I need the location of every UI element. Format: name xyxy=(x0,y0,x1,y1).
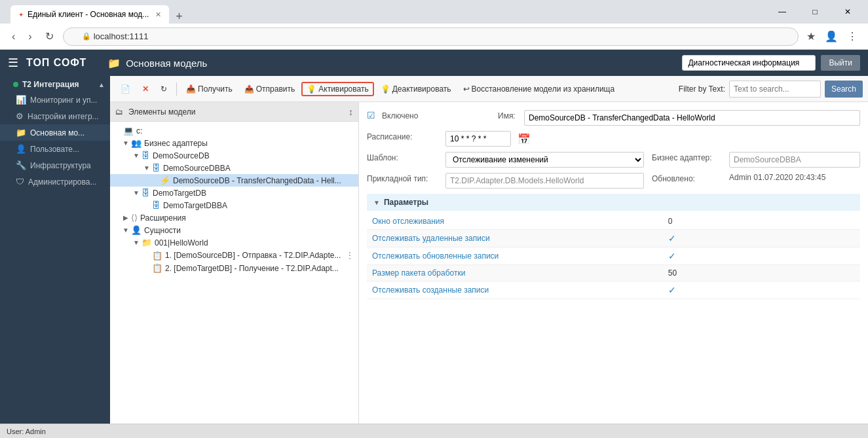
param-name-0: Окно отслеживания xyxy=(367,213,663,230)
enabled-label: Включено xyxy=(382,110,418,120)
send-button[interactable]: 📤 Отправить xyxy=(239,82,301,96)
sidebar: Т2 Интеграция ▲ 📊 Мониторинг и уп... ⚙ Н… xyxy=(0,76,110,424)
tree-node-label: Бизнес адаптеры xyxy=(144,139,358,148)
detail-row-type: Прикладной тип: Обновлено: Admin 01.07.2… xyxy=(367,173,860,189)
params-section-header[interactable]: ▼ Параметры xyxy=(367,194,860,211)
refresh-button[interactable]: ↻ xyxy=(155,82,172,96)
param-row-4: Отслеживать созданные записи ✓ xyxy=(367,282,860,299)
tree-toggle[interactable]: ▼ xyxy=(121,227,131,234)
receive-button[interactable]: 📥 Получить xyxy=(181,82,238,96)
tree-toggle[interactable]: ▼ xyxy=(142,164,152,172)
deactivate-label: Деактивировать xyxy=(392,84,451,94)
forward-button[interactable]: › xyxy=(24,28,35,45)
tree-node-label: DemoTargetDB xyxy=(153,189,358,198)
tree-node-demo-target-db[interactable]: ▼ 🗄 DemoTargetDB xyxy=(110,187,358,199)
receive-label: Получить xyxy=(198,84,233,94)
tree-node-root[interactable]: 💻 с: xyxy=(110,124,358,137)
infra-icon: 🔧 xyxy=(16,160,26,170)
profile-button[interactable]: 👤 xyxy=(822,27,840,45)
template-label: Шаблон: xyxy=(367,152,445,162)
menu-button[interactable]: ⋮ xyxy=(844,27,860,45)
tree-node-transfer[interactable]: ⚡ DemoSourceDB - TransferChangedData - H… xyxy=(110,174,358,187)
navbar-title-section: 📁 Основная модель xyxy=(94,57,674,69)
biz-adapter-input[interactable] xyxy=(729,152,860,168)
sidebar-item-infra[interactable]: 🔧 Инфраструктура xyxy=(0,157,110,173)
tree-node-label: с: xyxy=(136,126,358,136)
tree-toggle[interactable]: ▶ xyxy=(121,214,131,221)
tree-content: 💻 с: ▼ 👥 Бизнес адаптеры ▼ 🗄 xyxy=(110,122,358,424)
sidebar-item-label: Инфраструктура xyxy=(30,161,91,170)
sidebar-item-settings[interactable]: ⚙ Настройки интегр... xyxy=(0,108,110,124)
sidebar-item-admin[interactable]: 🛡 Администрирова... xyxy=(0,173,110,190)
tree-node-biz-adapters[interactable]: ▼ 👥 Бизнес адаптеры xyxy=(110,137,358,149)
tree-node-entities[interactable]: ▼ 👤 Сущности xyxy=(110,224,358,236)
name-input[interactable] xyxy=(524,110,860,126)
tree-toggle-biz[interactable]: ▼ xyxy=(121,139,131,147)
calendar-button[interactable]: 📅 xyxy=(515,133,533,145)
filter-label: Filter by Text: xyxy=(679,84,725,94)
back-button[interactable]: ‹ xyxy=(8,28,19,45)
sidebar-section-header[interactable]: Т2 Интеграция ▲ xyxy=(0,76,110,92)
tree-sort-icon[interactable]: ↕ xyxy=(349,107,353,117)
reload-button[interactable]: ↻ xyxy=(41,27,58,45)
tab-favicon: ✦ xyxy=(18,11,24,18)
checkmark-4: ✓ xyxy=(668,285,676,295)
new-tab-button[interactable]: + xyxy=(172,10,187,24)
minimize-button[interactable]: — xyxy=(767,0,797,24)
tree-node-hello-world[interactable]: ▼ 📁 001|HelloWorld xyxy=(110,236,358,249)
biz-adapter-label: Бизнес адаптер: xyxy=(644,152,729,162)
hamburger-menu-button[interactable]: ☰ xyxy=(8,56,18,70)
template-dropdown[interactable]: Отслеживание изменений xyxy=(445,152,644,168)
close-button[interactable]: ✕ xyxy=(833,0,863,24)
diagnostics-dropdown[interactable]: Диагностическая информация xyxy=(682,55,816,71)
tree-node-demo-target-dbba[interactable]: 🗄 DemoTargetDBBA xyxy=(110,199,358,211)
tree-node-label: DemoSourceDB xyxy=(153,151,358,160)
tree-node-task2[interactable]: 📋 2. [DemoTargetDB] - Получение - T2.DIP… xyxy=(110,262,358,274)
tree-toggle[interactable]: ▼ xyxy=(131,152,142,159)
tree-panel-header-label: Элементы модели xyxy=(128,107,196,117)
logout-button[interactable]: Выйти xyxy=(821,55,860,71)
detail-row-template: Шаблон: Отслеживание изменений Бизнес ад… xyxy=(367,152,860,168)
tree-panel-header-icon: 🗂 xyxy=(115,107,123,117)
browser-titlebar: ✦ Единый клиент - Основная мод... ✕ + — … xyxy=(0,0,868,24)
enabled-checkbox[interactable]: ☑ xyxy=(367,110,375,120)
sidebar-item-users[interactable]: 👤 Пользовате... xyxy=(0,141,110,157)
activate-button[interactable]: 💡 Активировать xyxy=(301,82,373,96)
applied-type-input[interactable] xyxy=(445,173,644,189)
browser-tab-active[interactable]: ✦ Единый клиент - Основная мод... ✕ xyxy=(10,5,169,24)
search-button[interactable]: Search xyxy=(825,81,863,98)
new-item-button[interactable]: 📄 xyxy=(115,82,136,96)
param-value-4: ✓ xyxy=(663,282,860,299)
sidebar-item-main-model[interactable]: 📁 Основная мо... xyxy=(0,124,110,141)
tree-node-demo-source-db[interactable]: ▼ 🗄 DemoSourceDB xyxy=(110,149,358,162)
bookmark-button[interactable]: ★ xyxy=(804,27,818,45)
tree-node-demo-source-dbba[interactable]: ▼ 🗄 DemoSourceDBBA xyxy=(110,162,358,174)
tree-node-label: 001|HelloWorld xyxy=(155,238,358,247)
sidebar-item-label: Пользовате... xyxy=(30,145,79,154)
task1-context-menu[interactable]: ⋮ xyxy=(345,250,358,261)
transfer-icon: ⚡ xyxy=(160,175,170,185)
tree-node-extensions[interactable]: ▶ ⟨⟩ Расширения xyxy=(110,211,358,224)
db-icon: 🗄 xyxy=(142,151,150,160)
filter-input[interactable] xyxy=(729,81,821,98)
tab-title: Единый клиент - Основная мод... xyxy=(28,10,149,19)
updated-value: Admin 01.07.2020 20:43:45 xyxy=(729,173,860,182)
maximize-button[interactable]: □ xyxy=(800,0,830,24)
tree-node-task1[interactable]: 📋 1. [DemoSourceDB] - Отправка - T2.DIP.… xyxy=(110,249,358,262)
tree-toggle[interactable]: ▼ xyxy=(131,239,142,246)
schedule-input[interactable] xyxy=(445,131,511,147)
sidebar-item-monitoring[interactable]: 📊 Мониторинг и уп... xyxy=(0,92,110,108)
address-bar[interactable]: 🔒 localhost:1111 xyxy=(63,27,799,46)
app-main: Т2 Интеграция ▲ 📊 Мониторинг и уп... ⚙ Н… xyxy=(0,76,868,424)
sidebar-item-label: Настройки интегр... xyxy=(28,112,99,121)
admin-icon: 🛡 xyxy=(16,177,24,187)
tab-close-button[interactable]: ✕ xyxy=(155,10,161,19)
deactivate-button[interactable]: 💡 Деактивировать xyxy=(375,82,457,96)
delete-item-button[interactable]: ✕ xyxy=(137,82,154,96)
restore-label: Восстановление модели из хранилища xyxy=(472,84,615,94)
applied-type-label: Прикладной тип: xyxy=(367,173,445,183)
receive-icon: 📥 xyxy=(186,84,196,94)
app-container: ☰ ТОП СОФТ 📁 Основная модель Диагностиче… xyxy=(0,50,868,438)
tree-toggle[interactable]: ▼ xyxy=(131,189,142,196)
restore-button[interactable]: ↩ Восстановление модели из хранилища xyxy=(458,82,620,96)
